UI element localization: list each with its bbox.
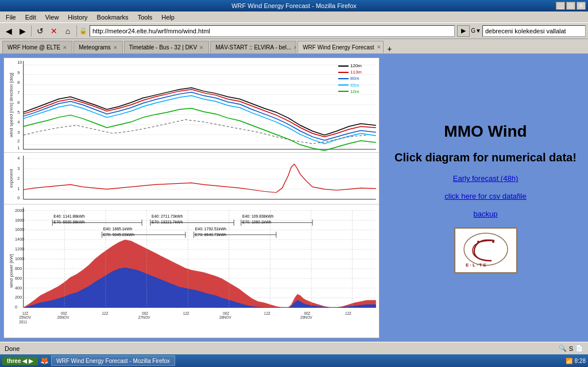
tab-wrf-home[interactable]: WRF Home @ ELTE ✕ [2,41,72,53]
reload-button[interactable]: ↺ [34,25,47,37]
home-button[interactable]: ⌂ [61,25,74,37]
backup-link[interactable]: backup [474,210,498,218]
tab-meteograms[interactable]: Meteograms ✕ [74,41,123,53]
network-icon: 📶 [566,358,572,364]
wind-speed-chart[interactable]: wind speed [m/s] direction [deg] 120m 11… [4,58,379,153]
svg-text:12Z: 12Z [183,311,189,315]
svg-text:8: 8 [17,80,20,85]
menu-bookmarks[interactable]: Bookmarks [94,13,132,21]
tab-label: Meteograms [79,44,111,51]
wind-power-chart[interactable]: wind power [kW] 2000 1800 1600 1400 1200… [4,204,379,338]
start-button[interactable]: three ◀ ▶ [2,357,38,365]
window-controls[interactable]: _ □ ✕ [556,2,586,10]
statusbar-right: 🔍 S 📄 [559,345,583,352]
chart3-ylabel: wind power [kW] [5,204,17,338]
tab-close-1[interactable]: ✕ [63,45,67,51]
svg-text:00Z: 00Z [304,311,310,315]
search-input[interactable] [482,25,586,37]
taskbar-firefox-icon: 🦊 [40,357,49,365]
tab-close-2[interactable]: ✕ [113,45,118,51]
info-panel: MMO Wind Click diagram for numerical dat… [383,54,588,342]
close-button[interactable]: ✕ [577,2,586,10]
tab-wrf-wind[interactable]: WRF Wind Energy Forecast ✕ [297,41,384,53]
menu-edit[interactable]: Edit [22,13,40,21]
svg-text:E70: 8640.73kWh: E70: 8640.73kWh [195,233,227,237]
svg-text:E40: 1141.88kWh: E40: 1141.88kWh [53,214,85,218]
svg-text:0: 0 [17,196,20,200]
chart3-svg: 2000 1800 1600 1400 1200 1000 800 600 40… [4,204,379,338]
svg-text:29NOV: 29NOV [300,315,312,319]
svg-text:2011: 2011 [19,320,28,324]
svg-text:E70: 13221.7kWh: E70: 13221.7kWh [152,220,183,224]
csv-datafile-link[interactable]: click here for csv datafile [444,192,526,200]
exponent-chart[interactable]: exponent 4 3 2 1 0 [4,153,379,204]
svg-text:26NOV: 26NOV [57,315,69,319]
svg-text:E70: 6630.98kWh: E70: 6630.98kWh [53,220,85,224]
svg-text:00Z: 00Z [142,311,148,315]
menu-history[interactable]: History [64,13,91,21]
minimize-button[interactable]: _ [556,2,565,10]
svg-text:E40: 1685.1kWh: E40: 1685.1kWh [103,227,133,231]
svg-text:E40: 1792.51kWh: E40: 1792.51kWh [195,227,227,231]
stop-button[interactable]: ✕ [48,25,60,37]
svg-text:1: 1 [17,146,20,150]
taskbar-clock: 📶 8:28 [566,358,586,364]
search-box: G▼ [471,25,586,37]
address-go-button[interactable]: ▶ [457,25,470,37]
tab-mav[interactable]: MÁV-START :: ELVIRA - bel... ✕ [210,41,296,53]
svg-text:6: 6 [17,101,20,105]
forward-button[interactable]: ▶ [16,25,29,37]
back-button[interactable]: ◀ [2,25,15,37]
tab-close-3[interactable]: ✕ [199,45,204,51]
menu-help[interactable]: Help [158,13,178,21]
toolbar-separator-1 [31,25,32,37]
window-title: WRF Wind Energy Forecast - Mozilla Firef… [231,2,357,9]
early-forecast-link[interactable]: Early forecast (48h) [453,174,518,183]
page-info: 📄 [575,345,583,352]
svg-text:00Z: 00Z [223,311,229,315]
address-bar: 🔒 ▶ [79,25,470,37]
svg-text:4: 4 [17,156,20,161]
menu-view[interactable]: View [42,13,63,21]
svg-text:27NOV: 27NOV [138,315,150,319]
menubar: File Edit View History Bookmarks Tools H… [0,11,588,23]
svg-point-108 [477,241,479,243]
svg-text:E70: 9045.03kWh: E70: 9045.03kWh [103,233,135,237]
elte-logo[interactable]: E · L · T E KUTATÓEGYETEM [454,227,517,273]
tab-label: MÁV-START :: ELVIRA - bel... [215,44,291,51]
svg-text:7: 7 [17,91,20,95]
tab-close-4[interactable]: ✕ [293,45,296,51]
statusbar: Done 🔍 S 📄 [0,342,588,354]
toolbar-separator-2 [76,25,77,37]
main-content: wind speed [m/s] direction [deg] 120m 11… [0,54,588,342]
svg-text:E · L · T E: E · L · T E [466,262,487,268]
tabbar: WRF Home @ ELTE ✕ Meteograms ✕ Timetable… [0,39,588,54]
chart2-ylabel: exponent [5,153,17,204]
menu-file[interactable]: File [2,13,20,21]
chart1-legend: 120m 113m 80m 65m 10m [338,63,362,95]
tab-timetable[interactable]: Timetable - Bus - 32 | DKV ✕ [124,41,209,53]
toolbar: ◀ ▶ ↺ ✕ ⌂ 🔒 ▶ G▼ [0,23,588,39]
charts-panel[interactable]: wind speed [m/s] direction [deg] 120m 11… [3,57,380,338]
address-input[interactable] [90,25,455,37]
chart1-ylabel: wind speed [m/s] direction [deg] [5,58,17,152]
svg-text:2: 2 [17,139,20,144]
svg-text:9: 9 [17,71,20,75]
svg-text:12Z: 12Z [345,311,351,315]
security-indicator: S [569,345,573,352]
menu-tools[interactable]: Tools [134,13,156,21]
chart2-svg: 4 3 2 1 0 [4,153,379,204]
svg-text:25NOV: 25NOV [19,315,31,319]
new-tab-button[interactable]: + [387,44,392,53]
svg-text:E70: 1060.1kWh: E70: 1060.1kWh [242,220,272,224]
tab-close-5[interactable]: ✕ [377,44,381,50]
taskbar: three ◀ ▶ 🦊 WRF Wind Energy Forecast - M… [0,354,588,367]
svg-text:12Z: 12Z [264,311,270,315]
svg-text:5: 5 [17,111,20,115]
svg-text:28NOV: 28NOV [219,315,231,319]
svg-text:10: 10 [17,60,22,65]
zoom-indicator[interactable]: 🔍 [559,345,567,352]
maximize-button[interactable]: □ [566,2,575,10]
taskbar-active-window[interactable]: WRF Wind Energy Forecast - Mozilla Firef… [51,356,175,366]
svg-text:12Z: 12Z [102,311,109,315]
